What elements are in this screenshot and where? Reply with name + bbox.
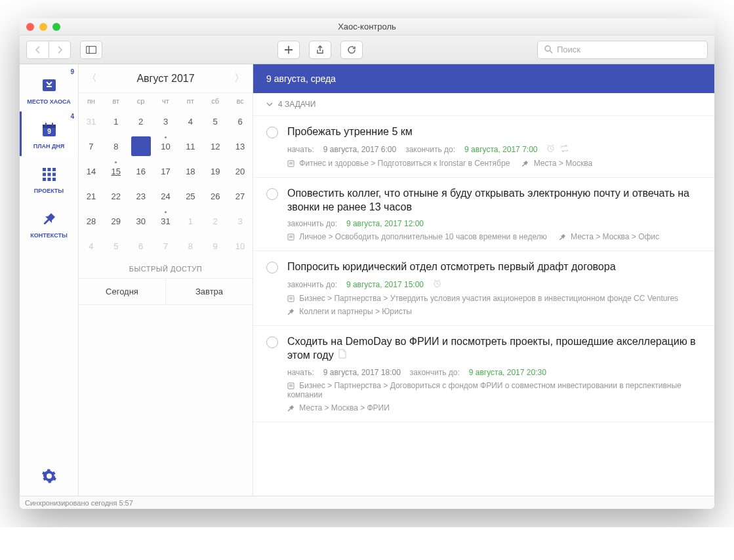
calendar-day[interactable]: 6 [129, 233, 153, 258]
calendar-day[interactable]: 16 [129, 159, 153, 184]
calendar-day[interactable]: 8 [178, 233, 203, 258]
svg-rect-18 [47, 178, 51, 181]
task-meta: начать:9 августа, 2017 18:00закончить до… [287, 368, 701, 377]
today-button[interactable]: Сегодня [79, 279, 166, 304]
task-item[interactable]: Пробежать утренние 5 кмначать:9 августа,… [253, 116, 714, 178]
chevron-down-icon [266, 101, 273, 108]
calendar-day[interactable]: 8 [104, 134, 129, 159]
calendar-day[interactable]: 10 [153, 134, 178, 159]
alarm-icon [546, 144, 555, 155]
sidebar-toggle-button[interactable] [80, 41, 102, 59]
task-checkbox[interactable] [266, 336, 278, 348]
calendar-day[interactable]: 2 [129, 109, 153, 134]
calendar-day[interactable]: 3 [228, 209, 253, 233]
pin-icon [40, 210, 58, 228]
task-project: Бизнес > Партнерства > Договориться с фо… [287, 381, 701, 399]
svg-rect-13 [52, 168, 56, 171]
calendar-day[interactable]: 20 [228, 159, 253, 184]
calendar-day[interactable]: 7 [153, 233, 178, 258]
task-checkbox[interactable] [266, 127, 278, 138]
calendar-day[interactable]: 10 [228, 233, 253, 258]
calendar-day[interactable]: 25 [178, 184, 203, 209]
add-button[interactable] [277, 41, 300, 59]
svg-rect-8 [45, 123, 47, 126]
calendar-day[interactable]: 12 [203, 134, 228, 159]
app-window: Хаос-контроль Поиск 9 МЕСТО ХАОСА 4 [20, 18, 714, 509]
calendar-day[interactable]: 29 [104, 209, 129, 233]
calendar-day[interactable]: 30 [129, 209, 153, 233]
sidebar-item-day-plan[interactable]: 4 9 ПЛАН ДНЯ [20, 111, 78, 156]
calendar-day[interactable]: 4 [178, 109, 203, 134]
svg-rect-15 [47, 173, 51, 176]
task-title: Оповестить коллег, что отныне я буду отк… [287, 187, 701, 214]
calendar-day[interactable]: 13 [228, 134, 253, 159]
task-item[interactable]: Попросить юридический отдел отсмотреть п… [253, 251, 714, 326]
calendar-day[interactable]: 5 [104, 233, 129, 258]
calendar-day[interactable]: 4 [79, 233, 104, 258]
sidebar-item-label: КОНТЕКСТЫ [30, 232, 67, 239]
task-item[interactable]: Сходить на DemoDay во ФРИИ и посмотреть … [253, 326, 714, 422]
inbox-icon [40, 76, 58, 94]
calendar-day[interactable]: 31 [153, 209, 178, 233]
sync-status: Синхронизировано сегодня 5:57 [25, 499, 133, 507]
task-checkbox[interactable] [266, 262, 278, 273]
calendar-day[interactable]: 5 [203, 109, 228, 134]
calendar-day[interactable]: 9 [203, 233, 228, 258]
calendar-day[interactable]: 21 [79, 184, 104, 209]
statusbar: Синхронизировано сегодня 5:57 [20, 496, 714, 509]
calendar-day[interactable]: 2 [203, 209, 228, 233]
calendar-day[interactable]: 22 [104, 184, 129, 209]
task-tags: Личное > Освободить дополнительные 10 ча… [287, 232, 701, 241]
calendar-day[interactable]: 28 [79, 209, 104, 233]
sidebar-badge: 9 [70, 68, 74, 75]
calendar-day[interactable]: 14 [79, 159, 104, 184]
calendar-day[interactable]: 3 [153, 109, 178, 134]
note-icon [338, 350, 346, 361]
calendar-day[interactable]: 1 [104, 109, 129, 134]
next-month-button[interactable]: 〉 [234, 71, 245, 85]
sidebar-item-chaos[interactable]: 9 МЕСТО ХАОСА [20, 67, 78, 111]
calendar-day[interactable]: 23 [129, 184, 153, 209]
calendar-day[interactable]: 7 [79, 134, 104, 159]
settings-button[interactable] [20, 459, 78, 496]
calendar-day[interactable]: 18 [178, 159, 203, 184]
task-checkbox[interactable] [266, 188, 278, 200]
calendar-day[interactable]: 11 [178, 134, 203, 159]
calendar-day[interactable]: 6 [228, 109, 253, 134]
prev-month-button[interactable]: 〈 [87, 71, 97, 85]
calendar-day[interactable]: 17 [153, 159, 178, 184]
calendar-day[interactable]: 1 [178, 209, 203, 233]
calendar-day[interactable]: 24 [153, 184, 178, 209]
calendar-day[interactable]: 26 [203, 184, 228, 209]
task-item[interactable]: Оповестить коллег, что отныне я буду отк… [253, 178, 714, 252]
calendar-dow: вт [104, 93, 129, 109]
calendar-dow: чт [153, 93, 178, 109]
share-button[interactable] [309, 41, 331, 59]
task-context: Места > Москва > ФРИИ [287, 403, 390, 412]
task-context: Места > Москва > Офис [559, 232, 659, 241]
calendar-day[interactable]: 27 [228, 184, 253, 209]
sidebar-item-projects[interactable]: ПРОЕКТЫ [20, 156, 78, 201]
calendar-day[interactable]: 31 [79, 109, 104, 134]
svg-point-2 [545, 46, 550, 51]
calendar-day[interactable]: 15 [104, 159, 129, 184]
svg-rect-5 [47, 86, 52, 87]
task-tags: Фитнес и здоровье > Подготовиться к Iron… [287, 159, 701, 168]
sync-button[interactable] [340, 41, 363, 59]
task-title: Сходить на DemoDay во ФРИИ и посмотреть … [287, 335, 701, 363]
calendar-dow: пт [178, 93, 203, 109]
sidebar-item-contexts[interactable]: КОНТЕКСТЫ [20, 201, 78, 245]
section-header[interactable]: 4 ЗАДАЧИ [253, 93, 714, 116]
search-input[interactable]: Поиск [537, 41, 708, 59]
tomorrow-button[interactable]: Завтра [166, 279, 253, 304]
back-button[interactable] [26, 41, 49, 59]
task-tags: Бизнес > Партнерства > Утвердить условия… [287, 294, 701, 316]
calendar-header: 〈 Август 2017 〉 [79, 64, 253, 93]
calendar-day[interactable]: 9 [129, 134, 153, 159]
svg-rect-17 [43, 178, 46, 181]
calendar-panel: 〈 Август 2017 〉 пнвтсрчтптсбвс 311234567… [79, 64, 253, 496]
calendar-day[interactable]: 19 [203, 159, 228, 184]
forward-button[interactable] [49, 41, 71, 59]
svg-line-3 [550, 50, 552, 53]
titlebar: Хаос-контроль [20, 18, 714, 35]
